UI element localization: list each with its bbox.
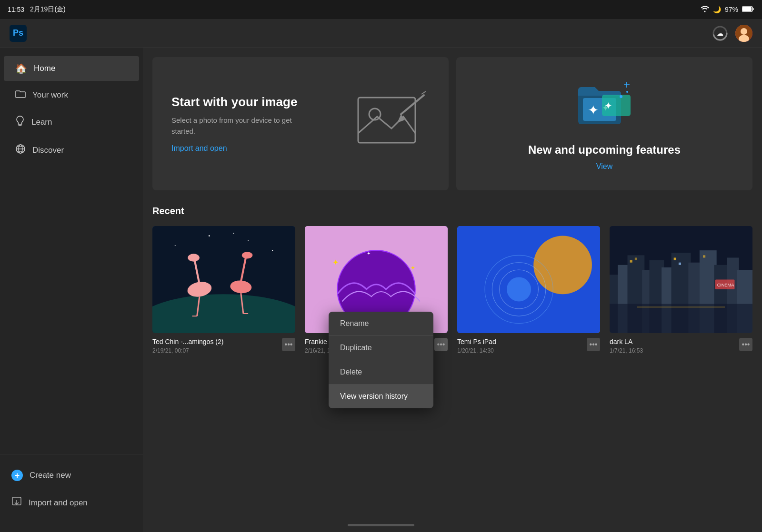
- hero-card-features: ✦ ✦ ✦ + New and upcoming features View: [456, 57, 752, 190]
- sidebar-discover-label: Discover: [32, 146, 64, 155]
- sidebar-bottom: + Create new Import and open: [0, 454, 143, 524]
- svg-text:✦: ✦: [332, 258, 339, 266]
- file-info-3: dark LA 1/7/21, 16:53 •••: [610, 338, 752, 354]
- features-icon: ✦ ✦ ✦ +: [576, 77, 633, 134]
- file-date-0: 2/19/21, 00:07: [152, 347, 282, 354]
- sidebar: 🏠 Home Your work Learn Discover + Create…: [0, 48, 143, 532]
- file-info-0: Ted Chin -...amingos (2) 2/19/21, 00:07 …: [152, 338, 295, 354]
- sidebar-home-label: Home: [34, 64, 55, 73]
- svg-text:+: +: [623, 78, 630, 91]
- svg-line-20: [421, 91, 426, 94]
- file-card-1[interactable]: ✦ ✦ ✦ Frankie Ci...h to Believe 2/16/21,…: [305, 226, 448, 354]
- svg-point-55: [533, 236, 592, 294]
- lightbulb-icon: [15, 116, 25, 128]
- context-duplicate[interactable]: Duplicate: [329, 336, 433, 360]
- import-icon: [11, 496, 22, 509]
- content-area: Start with your image Select a photo fro…: [143, 48, 762, 532]
- svg-rect-77: [703, 255, 705, 257]
- ps-logo: Ps: [10, 25, 27, 42]
- moon-icon: 🌙: [713, 6, 721, 13]
- view-features-link[interactable]: View: [596, 162, 612, 171]
- sidebar-item-learn[interactable]: Learn: [4, 109, 139, 135]
- globe-icon: [15, 144, 26, 157]
- date: 2月19日(金): [30, 5, 66, 14]
- more-btn-1[interactable]: •••: [434, 338, 448, 351]
- svg-marker-19: [397, 114, 405, 123]
- file-name-2: Temi Ps iPad: [457, 338, 543, 345]
- title-right: ☁: [711, 24, 752, 43]
- svg-point-45: [242, 252, 253, 258]
- wifi-icon: [701, 6, 709, 14]
- more-btn-3[interactable]: •••: [739, 338, 752, 351]
- svg-rect-79: [637, 306, 725, 308]
- svg-text:CINEMA: CINEMA: [717, 283, 735, 287]
- hero-title: Start with your image: [171, 95, 305, 109]
- svg-point-28: [620, 95, 622, 98]
- hero-card-start: Start with your image Select a photo fro…: [152, 57, 449, 190]
- svg-rect-1: [742, 7, 752, 11]
- hero-description: Select a photo from your device to get s…: [171, 115, 305, 137]
- home-icon: 🏠: [15, 63, 27, 74]
- more-btn-0[interactable]: •••: [282, 338, 295, 351]
- svg-text:✦: ✦: [411, 265, 415, 271]
- file-meta-2: Temi Ps iPad 1/20/21, 14:30: [457, 338, 587, 354]
- folder-icon: [15, 89, 26, 100]
- sidebar-item-discover[interactable]: Discover: [4, 137, 139, 163]
- title-bar: Ps ☁: [0, 19, 762, 48]
- import-open-link[interactable]: Import and open: [171, 144, 227, 152]
- file-date-2: 1/20/21, 14:30: [457, 347, 587, 354]
- recent-section: Recent: [152, 206, 752, 354]
- status-right: 🌙 97%: [701, 6, 754, 14]
- svg-text:✦: ✦: [367, 251, 371, 256]
- svg-text:✦: ✦: [604, 100, 612, 111]
- svg-point-32: [209, 235, 210, 236]
- file-card-2[interactable]: Temi Ps iPad 1/20/21, 14:30 •••: [457, 226, 600, 354]
- more-btn-2[interactable]: •••: [587, 338, 600, 351]
- svg-point-34: [272, 250, 273, 251]
- file-meta-3: dark LA 1/7/21, 16:53: [610, 338, 739, 354]
- battery-text: 97%: [725, 6, 738, 13]
- svg-text:✦: ✦: [588, 103, 599, 118]
- svg-point-59: [507, 277, 531, 301]
- create-new-label: Create new: [30, 471, 71, 480]
- recent-grid: Ted Chin -...amingos (2) 2/19/21, 00:07 …: [152, 226, 752, 354]
- svg-point-36: [233, 233, 234, 234]
- import-open-action[interactable]: Import and open: [0, 489, 143, 517]
- file-date-3: 1/7/21, 16:53: [610, 347, 739, 354]
- svg-point-40: [188, 254, 200, 261]
- context-menu: Rename Duplicate Delete View version his…: [329, 312, 433, 408]
- svg-point-5: [741, 28, 747, 35]
- import-open-label: Import and open: [29, 498, 88, 508]
- svg-rect-76: [679, 263, 681, 265]
- time: 11:53: [8, 6, 24, 13]
- image-placeholder-icon: [353, 90, 430, 157]
- file-card-0[interactable]: Ted Chin -...amingos (2) 2/19/21, 00:07 …: [152, 226, 295, 354]
- status-bar: 11:53 2月19日(金) 🌙 97%: [0, 0, 762, 19]
- svg-point-29: [626, 91, 628, 93]
- file-name-0: Ted Chin -...amingos (2): [152, 338, 238, 345]
- file-meta-0: Ted Chin -...amingos (2) 2/19/21, 00:07: [152, 338, 282, 354]
- file-thumbnail-0: [152, 226, 295, 333]
- svg-rect-75: [674, 257, 676, 260]
- context-rename[interactable]: Rename: [329, 312, 433, 336]
- file-name-3: dark LA: [610, 338, 695, 345]
- sidebar-item-your-work[interactable]: Your work: [4, 83, 139, 107]
- sidebar-your-work-label: Your work: [32, 90, 68, 100]
- hero-card-text: Start with your image Select a photo fro…: [171, 95, 305, 153]
- context-delete[interactable]: Delete: [329, 360, 433, 384]
- file-card-3[interactable]: CINEMA dark LA 1/7/21, 16:53 •••: [610, 226, 752, 354]
- recent-label: Recent: [152, 206, 752, 217]
- sidebar-learn-label: Learn: [31, 118, 52, 127]
- svg-point-37: [152, 294, 295, 333]
- avatar[interactable]: [735, 25, 752, 42]
- sync-progress: ☁: [711, 24, 730, 43]
- sidebar-item-home[interactable]: 🏠 Home: [4, 56, 139, 81]
- context-view-history[interactable]: View version history: [329, 384, 433, 408]
- file-thumbnail-3: CINEMA: [610, 226, 752, 333]
- file-info-2: Temi Ps iPad 1/20/21, 14:30 •••: [457, 338, 600, 354]
- create-new-action[interactable]: + Create new: [0, 462, 143, 489]
- create-new-icon: +: [11, 470, 23, 481]
- svg-point-31: [175, 245, 176, 246]
- file-thumbnail-2: [457, 226, 600, 333]
- scroll-indicator: [348, 524, 414, 526]
